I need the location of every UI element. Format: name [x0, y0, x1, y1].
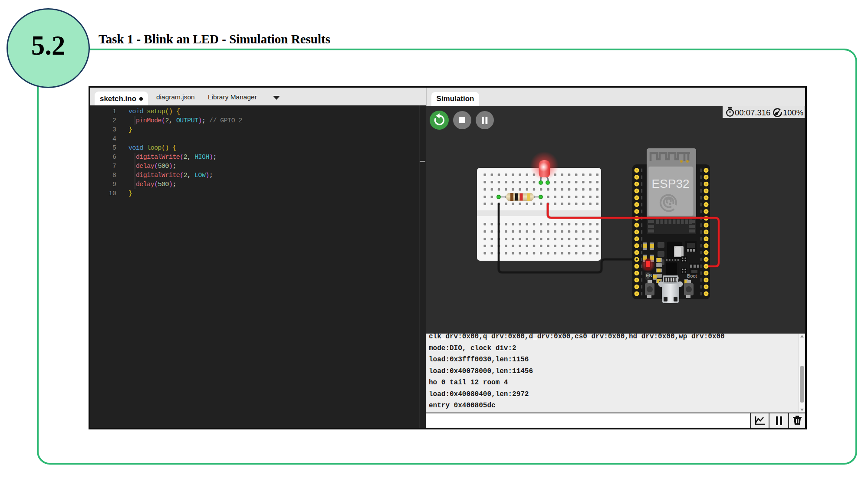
svg-text:ESP32: ESP32 [651, 177, 689, 190]
svg-text:EN: EN [646, 273, 652, 278]
svg-text:Boot: Boot [687, 273, 697, 278]
svg-text:100%: 100% [783, 108, 803, 117]
svg-text:00:07.316: 00:07.316 [735, 108, 770, 117]
